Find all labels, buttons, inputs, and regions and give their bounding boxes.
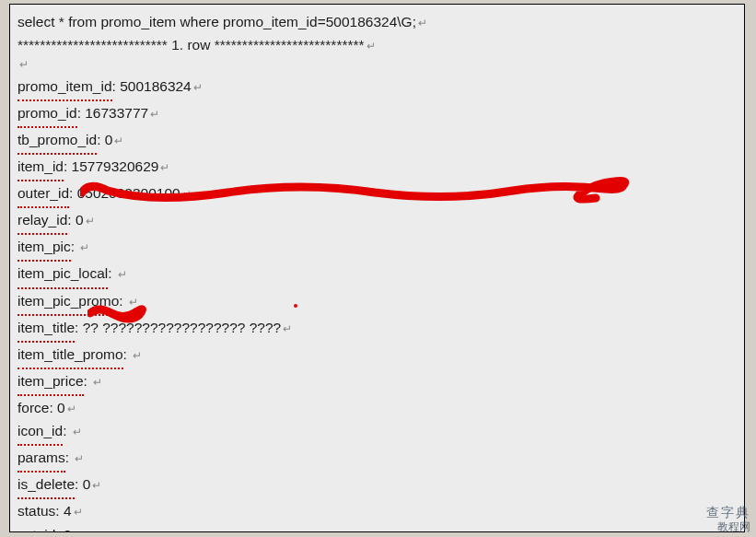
field-value: 4 [64, 499, 72, 522]
field-value: 0 [76, 208, 84, 231]
row-item_title: item_title: ?? ?????????????????? ????↵ [17, 316, 737, 343]
sql-output-panel: select * from promo_item where promo_ite… [9, 4, 745, 532]
query-line: select * from promo_item where promo_ite… [17, 10, 737, 33]
row-item_id: item_id: 15779320629↵ [17, 155, 737, 181]
row-relay_id: relay_id: 0↵ [17, 208, 737, 235]
row-icon_id: icon_id: ↵ [17, 419, 737, 446]
field-label: item_pic_promo [17, 289, 119, 316]
field-value: 0 [57, 396, 65, 419]
row-promo_item_id: promo_item_id: 500186324↵ [17, 75, 737, 101]
row-item_pic: item_pic: ↵ [17, 235, 737, 262]
field-value: 16733777 [85, 101, 148, 124]
field-label: item_title_promo [17, 343, 123, 369]
row-item_title_promo: item_title_promo: ↵ [17, 343, 737, 369]
field-label: tb_promo_id [17, 128, 97, 155]
row-separator: *************************** 1. row *****… [17, 33, 737, 56]
field-label: is_delete [17, 473, 75, 499]
field-value: 15779320629 [72, 155, 159, 178]
row-tb_promo_id: tb_promo_id: 0↵ [17, 128, 737, 155]
field-label: status [17, 499, 55, 522]
cr-mark: ↵ [366, 38, 376, 55]
field-label: relay_id [17, 208, 67, 235]
field-label: params [17, 446, 65, 473]
row-item_price: item_price: ↵ [17, 369, 737, 396]
row-item_pic_promo: item_pic_promo: ↵ [17, 289, 737, 316]
field-value: 500186324 [120, 75, 192, 98]
row-outer_id: outer_id: 0502002300100↵ [17, 181, 737, 208]
field-label: item_title [17, 316, 75, 343]
field-label: item_pic_local [17, 262, 108, 288]
field-label: item_id [17, 155, 64, 181]
field-value: 0502002300100 [77, 181, 180, 204]
field-value: 0 [105, 128, 113, 151]
field-value: 0 [83, 473, 91, 496]
field-value: ?? ?????????????????? ???? [83, 316, 282, 339]
row-force: force: 0↵ [17, 396, 737, 419]
field-label: force [17, 396, 49, 419]
row-separator-text: *************************** 1. row *****… [17, 33, 365, 56]
field-label: promo_item_id [17, 75, 112, 101]
row-is_delete: is_delete: 0↵ [17, 473, 737, 499]
field-label: act_id [17, 523, 55, 532]
field-value: 0 [64, 523, 72, 532]
query-text: select * from promo_item where promo_ite… [17, 10, 416, 33]
blank-line: ↵ [17, 56, 737, 74]
field-label: outer_id [17, 181, 69, 208]
row-params: params: ↵ [17, 446, 737, 473]
row-item_pic_local: item_pic_local: ↵ [17, 262, 737, 288]
field-label: item_pic [17, 235, 71, 262]
row-promo_id: promo_id: 16733777↵ [17, 101, 737, 128]
field-label: promo_id [17, 101, 77, 128]
field-label: item_price [17, 369, 84, 396]
field-label: icon_id [17, 419, 63, 446]
cr-mark: ↵ [418, 15, 427, 32]
screenshot-canvas: select * from promo_item where promo_ite… [0, 0, 756, 537]
row-status: status: 4↵ [17, 499, 737, 522]
row-act_id: act_id: 0↵ [17, 523, 737, 532]
cr-mark: ↵ [19, 56, 29, 74]
